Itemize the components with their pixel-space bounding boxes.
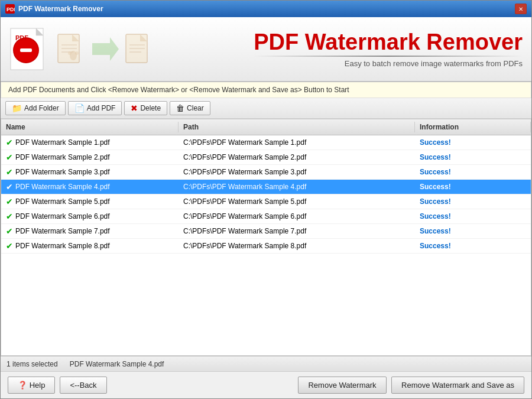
list-item[interactable]: ✔ PDF Watermark Sample 2.pdf C:\PDFs\PDF… bbox=[1, 150, 531, 165]
check-icon-1: ✔ bbox=[6, 153, 13, 162]
list-item[interactable]: ✔ PDF Watermark Sample 7.pdf C:\PDFs\PDF… bbox=[1, 224, 531, 239]
cell-path-6: C:\PDFs\PDF Watermark Sample 7.pdf bbox=[179, 226, 415, 236]
header-logo-area: PDF bbox=[9, 25, 48, 73]
check-icon-5: ✔ bbox=[6, 212, 13, 221]
cell-name-3: ✔ PDF Watermark Sample 4.pdf bbox=[1, 181, 179, 193]
back-label: <--Back bbox=[70, 381, 96, 390]
filename-3: PDF Watermark Sample 4.pdf bbox=[15, 183, 110, 191]
add-pdf-button[interactable]: 📄 Add PDF bbox=[68, 101, 122, 115]
clear-label: Clear bbox=[187, 104, 204, 112]
svg-text:PDF: PDF bbox=[7, 7, 15, 12]
info-status-3: Success! bbox=[420, 183, 451, 191]
info-status-0: Success! bbox=[420, 138, 451, 147]
delete-icon: ✖ bbox=[131, 103, 138, 113]
cell-info-4: Success! bbox=[415, 196, 531, 207]
delete-button[interactable]: ✖ Delete bbox=[124, 101, 167, 115]
check-icon-7: ✔ bbox=[6, 241, 13, 251]
header-divider bbox=[254, 56, 523, 57]
header-icons-area bbox=[57, 33, 245, 66]
arrow-icon bbox=[89, 34, 119, 64]
filename-6: PDF Watermark Sample 7.pdf bbox=[15, 227, 110, 235]
cell-name-0: ✔ PDF Watermark Sample 1.pdf bbox=[1, 137, 179, 148]
header-title-area: PDF Watermark Remover Easy to batch remo… bbox=[254, 30, 523, 69]
pdf-logo-icon: PDF bbox=[9, 25, 48, 73]
check-icon-2: ✔ bbox=[6, 167, 13, 177]
info-bar: Add PDF Documents and Click <Remove Wate… bbox=[1, 82, 531, 98]
title-bar-controls: ✕ bbox=[515, 4, 527, 14]
document-icon bbox=[57, 33, 83, 66]
cell-name-7: ✔ PDF Watermark Sample 8.pdf bbox=[1, 240, 179, 252]
help-label: Help bbox=[30, 381, 46, 390]
list-header: Name Path Information bbox=[1, 119, 531, 135]
remove-watermark-label: Remove Watermark bbox=[308, 381, 376, 390]
info-status-4: Success! bbox=[420, 197, 451, 206]
add-pdf-label: Add PDF bbox=[87, 104, 116, 112]
remove-watermark-save-as-label: Remove Watermark and Save as bbox=[401, 381, 514, 390]
add-folder-icon: 📁 bbox=[12, 103, 22, 113]
selected-filename: PDF Watermark Sample 4.pdf bbox=[70, 360, 164, 368]
list-item[interactable]: ✔ PDF Watermark Sample 1.pdf C:\PDFs\PDF… bbox=[1, 135, 531, 150]
info-bar-text: Add PDF Documents and Click <Remove Wate… bbox=[8, 86, 349, 94]
remove-watermark-button[interactable]: Remove Watermark bbox=[298, 377, 387, 394]
column-path-header: Path bbox=[179, 122, 415, 132]
clear-button[interactable]: 🗑 Clear bbox=[170, 101, 210, 115]
info-status-5: Success! bbox=[420, 212, 451, 220]
cell-info-2: Success! bbox=[415, 167, 531, 177]
list-item[interactable]: ✔ PDF Watermark Sample 5.pdf C:\PDFs\PDF… bbox=[1, 194, 531, 209]
check-icon-3: ✔ bbox=[6, 182, 13, 192]
cell-info-7: Success! bbox=[415, 241, 531, 251]
selection-count: 1 items selected bbox=[7, 360, 58, 368]
filename-4: PDF Watermark Sample 5.pdf bbox=[15, 197, 110, 206]
cell-name-5: ✔ PDF Watermark Sample 6.pdf bbox=[1, 210, 179, 222]
cell-path-2: C:\PDFs\PDF Watermark Sample 3.pdf bbox=[179, 167, 415, 177]
filename-7: PDF Watermark Sample 8.pdf bbox=[15, 242, 110, 250]
list-item[interactable]: ✔ PDF Watermark Sample 8.pdf C:\PDFs\PDF… bbox=[1, 239, 531, 254]
check-icon-0: ✔ bbox=[6, 138, 13, 147]
cell-path-0: C:\PDFs\PDF Watermark Sample 1.pdf bbox=[179, 137, 415, 148]
app-title-icon: PDF bbox=[5, 4, 15, 14]
info-status-6: Success! bbox=[420, 227, 451, 235]
cell-name-2: ✔ PDF Watermark Sample 3.pdf bbox=[1, 166, 179, 178]
cell-path-1: C:\PDFs\PDF Watermark Sample 2.pdf bbox=[179, 152, 415, 163]
remove-watermark-save-as-button[interactable]: Remove Watermark and Save as bbox=[391, 377, 524, 394]
svg-rect-7 bbox=[20, 48, 32, 52]
cell-path-7: C:\PDFs\PDF Watermark Sample 8.pdf bbox=[179, 241, 415, 251]
cell-name-1: ✔ PDF Watermark Sample 2.pdf bbox=[1, 151, 179, 163]
toolbar: 📁 Add Folder 📄 Add PDF ✖ Delete 🗑 Clear bbox=[1, 98, 531, 119]
list-body: ✔ PDF Watermark Sample 1.pdf C:\PDFs\PDF… bbox=[1, 135, 531, 355]
window-title: PDF Watermark Remover bbox=[18, 5, 103, 13]
add-folder-button[interactable]: 📁 Add Folder bbox=[5, 101, 66, 115]
info-status-2: Success! bbox=[420, 168, 451, 176]
check-icon-4: ✔ bbox=[6, 197, 13, 206]
svg-marker-17 bbox=[92, 37, 119, 61]
close-button[interactable]: ✕ bbox=[515, 4, 527, 14]
cell-info-0: Success! bbox=[415, 137, 531, 148]
cell-path-3: C:\PDFs\PDF Watermark Sample 4.pdf bbox=[179, 181, 415, 192]
back-button[interactable]: <--Back bbox=[60, 377, 106, 394]
status-bar: 1 items selected PDF Watermark Sample 4.… bbox=[1, 356, 531, 371]
filename-5: PDF Watermark Sample 6.pdf bbox=[15, 212, 110, 220]
cell-info-1: Success! bbox=[415, 152, 531, 163]
clear-icon: 🗑 bbox=[176, 103, 184, 113]
cell-info-3: Success! bbox=[415, 181, 531, 192]
cell-name-6: ✔ PDF Watermark Sample 7.pdf bbox=[1, 225, 179, 237]
title-bar: PDF PDF Watermark Remover ✕ bbox=[1, 1, 531, 17]
list-item[interactable]: ✔ PDF Watermark Sample 6.pdf C:\PDFs\PDF… bbox=[1, 209, 531, 224]
column-info-header: Information bbox=[415, 122, 531, 132]
app-subtitle: Easy to batch remove image watermarks fr… bbox=[254, 59, 523, 68]
bottom-bar: ❓ Help <--Back Remove Watermark Remove W… bbox=[1, 371, 531, 398]
file-list-area: Name Path Information ✔ PDF Watermark Sa… bbox=[1, 119, 531, 356]
check-icon-6: ✔ bbox=[6, 226, 13, 236]
filename-2: PDF Watermark Sample 3.pdf bbox=[15, 168, 110, 176]
help-button[interactable]: ❓ Help bbox=[8, 377, 55, 394]
list-item[interactable]: ✔ PDF Watermark Sample 3.pdf C:\PDFs\PDF… bbox=[1, 165, 531, 180]
cell-info-5: Success! bbox=[415, 211, 531, 222]
cell-name-4: ✔ PDF Watermark Sample 5.pdf bbox=[1, 196, 179, 207]
cell-info-6: Success! bbox=[415, 226, 531, 236]
filename-0: PDF Watermark Sample 1.pdf bbox=[15, 138, 110, 147]
info-status-7: Success! bbox=[420, 242, 451, 250]
svg-point-16 bbox=[75, 51, 79, 55]
add-folder-label: Add Folder bbox=[24, 104, 59, 112]
list-item[interactable]: ✔ PDF Watermark Sample 4.pdf C:\PDFs\PDF… bbox=[1, 180, 531, 194]
app-title: PDF Watermark Remover bbox=[254, 30, 523, 55]
